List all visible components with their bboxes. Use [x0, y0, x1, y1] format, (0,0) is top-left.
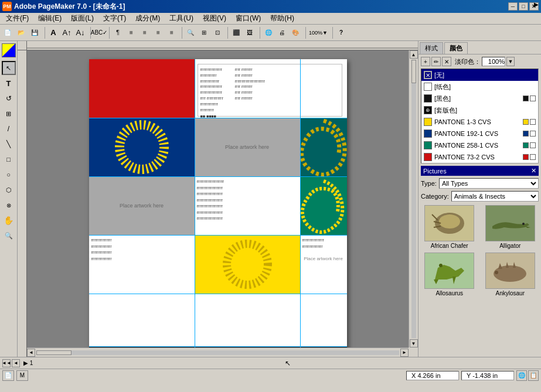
- color-edit-btn[interactable]: ✏: [431, 57, 441, 66]
- color-swatch-thumb[interactable]: [2, 43, 16, 57]
- tb-spell[interactable]: ABC✓: [93, 26, 106, 39]
- menu-file[interactable]: 文件(F): [1, 12, 33, 25]
- tool-line[interactable]: /: [2, 122, 16, 136]
- cell-red-1: [89, 59, 195, 118]
- menu-layout[interactable]: 版面(L): [66, 12, 98, 25]
- color-item-pantone1[interactable]: PANTONE 1-3 CVS: [421, 116, 538, 128]
- color-item-pantone192[interactable]: PANTONE 192-1 CVS: [421, 128, 538, 139]
- color-item-pantone73[interactable]: PANTONE 73-2 CVS: [421, 151, 538, 163]
- tint-input[interactable]: [482, 57, 505, 66]
- p258-c2: [530, 142, 536, 148]
- tool-constrained[interactable]: ╲: [2, 137, 16, 151]
- color-item-pantone258[interactable]: PANTONE 258-1 CVS: [421, 139, 538, 151]
- tb-help[interactable]: ?: [335, 26, 348, 39]
- tb-text-tool[interactable]: A: [47, 26, 60, 39]
- v-scrollbar-track[interactable]: [411, 60, 416, 338]
- menu-component[interactable]: 成分(M): [131, 12, 165, 25]
- tb-view2[interactable]: ⊞: [198, 26, 210, 39]
- guide-h3: [89, 235, 347, 236]
- tb-zoom[interactable]: 🔍: [184, 26, 197, 39]
- v-scrollbar-thumb[interactable]: [411, 60, 416, 83]
- pic-item-allosaurus[interactable]: Allosaurus: [421, 253, 478, 296]
- tb-place[interactable]: ⬛: [230, 26, 243, 39]
- status-icon2[interactable]: 📋: [528, 370, 539, 381]
- tool-hand[interactable]: ✋: [2, 213, 16, 227]
- canvas-wrapper: rrrrrrrrrrrrrrrr rrrrrrrrrrrr rrrrrrrrrr…: [18, 41, 418, 357]
- panel-tabs: 样式 颜色 ▶: [418, 41, 541, 54]
- tb-paragraph[interactable]: ¶: [111, 26, 124, 39]
- color-item-black[interactable]: [黑色]: [421, 93, 538, 104]
- pic-item-alligator[interactable]: Alligator: [482, 205, 539, 249]
- tint-dropdown-btn[interactable]: ▼: [506, 57, 515, 66]
- tb-font-smaller[interactable]: A↓: [74, 26, 87, 39]
- scroll-left-btn[interactable]: ◄: [27, 349, 35, 357]
- tb-align-right[interactable]: ≡: [152, 26, 165, 39]
- tb-align-center[interactable]: ≡: [138, 26, 151, 39]
- tool-x[interactable]: ⊗: [2, 198, 16, 212]
- menu-help[interactable]: 帮助(H): [266, 12, 299, 25]
- tb-image[interactable]: 🖼: [243, 26, 256, 39]
- menu-tools[interactable]: 工具(U): [165, 12, 198, 25]
- tool-circle[interactable]: ○: [2, 168, 16, 182]
- color-item-none[interactable]: ✕ [无]: [421, 69, 538, 81]
- menu-edit[interactable]: 编辑(E): [33, 12, 66, 25]
- tb-open[interactable]: 📂: [15, 26, 28, 39]
- h-scrollbar-track[interactable]: [36, 350, 399, 355]
- tb-align-left[interactable]: ≡: [125, 26, 138, 39]
- svg-point-5: [439, 214, 460, 229]
- tool-zoom[interactable]: 🔍: [2, 229, 16, 243]
- svg-point-12: [495, 271, 498, 274]
- status-page-btn[interactable]: 📄: [2, 370, 14, 381]
- tab-color[interactable]: 颜色: [444, 42, 468, 54]
- status-icons: 🌐 📋: [516, 370, 539, 381]
- pic-label-african-chafer: African Chafer: [431, 243, 468, 249]
- tb-save[interactable]: 💾: [28, 26, 41, 39]
- tb-colors[interactable]: 🎨: [289, 26, 302, 39]
- pictures-close[interactable]: ✕: [531, 167, 536, 175]
- tool-rotate[interactable]: ↺: [2, 91, 16, 105]
- color-item-registration[interactable]: ⊕ [套版色]: [421, 104, 538, 116]
- tab-style[interactable]: 样式: [420, 42, 443, 54]
- tb-new[interactable]: 📄: [1, 26, 14, 39]
- color-new-btn[interactable]: +: [421, 57, 430, 66]
- v-scrollbar[interactable]: ▲ ▼: [409, 50, 418, 347]
- menu-window[interactable]: 窗口(W): [231, 12, 266, 25]
- h-scrollbar-thumb[interactable]: [36, 350, 72, 355]
- color-panel-content: + ✏ ✕ 淡印色： ▼ ✕ [无] [纸色]: [418, 54, 541, 166]
- tb-zoom-level[interactable]: 100%▼: [308, 26, 329, 39]
- page-number: 1: [30, 360, 33, 366]
- pic-item-ankylosaur[interactable]: Ankylosaur: [482, 253, 539, 296]
- tb-font-larger[interactable]: A↑: [60, 26, 73, 39]
- scroll-down-btn[interactable]: ▼: [410, 339, 418, 347]
- type-select[interactable]: All Types: [439, 178, 539, 189]
- tb-print[interactable]: 🖨: [275, 26, 288, 39]
- menu-view[interactable]: 视图(V): [198, 12, 231, 25]
- tool-pointer[interactable]: ↖: [2, 61, 16, 75]
- scroll-right-btn[interactable]: ►: [400, 349, 409, 357]
- tb-justify[interactable]: ≡: [165, 26, 178, 39]
- x-coordinate: X 4.266 in: [406, 371, 459, 380]
- pic-item-african-chafer[interactable]: African Chafer: [421, 205, 478, 249]
- menu-bar: 文件(F) 编辑(E) 版面(L) 文字(T) 成分(M) 工具(U) 视图(V…: [0, 13, 541, 25]
- maximize-button[interactable]: □: [519, 2, 528, 11]
- minimize-button[interactable]: ─: [508, 2, 518, 11]
- app-icon: PM: [2, 2, 12, 11]
- tool-polygon[interactable]: ⬡: [2, 183, 16, 197]
- scroll-up-btn[interactable]: ▲: [410, 50, 418, 59]
- tool-text[interactable]: T: [2, 76, 16, 90]
- color-delete-btn[interactable]: ✕: [442, 57, 451, 66]
- guide-h4: [89, 294, 347, 294]
- canvas-scroll[interactable]: rrrrrrrrrrrrrrrr rrrrrrrrrrrr rrrrrrrrrr…: [27, 50, 409, 347]
- h-scrollbar[interactable]: ◄ ►: [27, 347, 409, 357]
- menu-text[interactable]: 文字(T): [98, 12, 131, 25]
- tool-crop[interactable]: ⊞: [2, 107, 16, 121]
- status-master-btn[interactable]: M: [16, 370, 28, 381]
- page-prev-btn[interactable]: ◄: [12, 359, 20, 367]
- status-icon1[interactable]: 🌐: [516, 370, 527, 381]
- page-first-btn[interactable]: ◄◄: [2, 359, 11, 367]
- tool-rect[interactable]: □: [2, 152, 16, 166]
- tb-view3[interactable]: ⊡: [211, 26, 224, 39]
- color-item-paper[interactable]: [纸色]: [421, 81, 538, 93]
- category-select[interactable]: Animals & Insects: [451, 191, 539, 202]
- tb-globe[interactable]: 🌐: [262, 26, 275, 39]
